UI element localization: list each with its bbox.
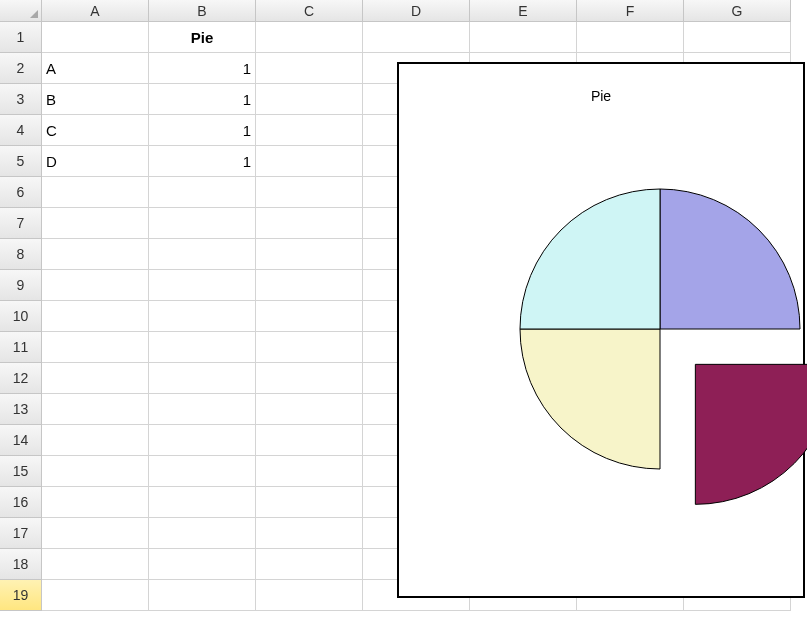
cell-C4[interactable]	[256, 115, 363, 146]
pie-chart[interactable]: Pie	[397, 62, 805, 598]
cell-C14[interactable]	[256, 425, 363, 456]
cell-A5[interactable]: D	[42, 146, 149, 177]
cell-C11[interactable]	[256, 332, 363, 363]
cell-A8[interactable]	[42, 239, 149, 270]
cell-A4[interactable]: C	[42, 115, 149, 146]
cell-B17[interactable]	[149, 518, 256, 549]
cell-C18[interactable]	[256, 549, 363, 580]
cell-A2[interactable]: A	[42, 53, 149, 84]
cell-D1[interactable]	[363, 22, 470, 53]
row-header-13[interactable]: 13	[0, 394, 42, 425]
pie-slice-C[interactable]	[520, 329, 660, 469]
cell-C16[interactable]	[256, 487, 363, 518]
column-header-C[interactable]: C	[256, 0, 363, 22]
cell-A12[interactable]	[42, 363, 149, 394]
column-header-F[interactable]: F	[577, 0, 684, 22]
cell-C7[interactable]	[256, 208, 363, 239]
cell-C19[interactable]	[256, 580, 363, 611]
cell-A6[interactable]	[42, 177, 149, 208]
cell-C10[interactable]	[256, 301, 363, 332]
row-header-16[interactable]: 16	[0, 487, 42, 518]
cell-A16[interactable]	[42, 487, 149, 518]
cell-B14[interactable]	[149, 425, 256, 456]
cell-C15[interactable]	[256, 456, 363, 487]
cell-B15[interactable]	[149, 456, 256, 487]
cell-C17[interactable]	[256, 518, 363, 549]
column-header-G[interactable]: G	[684, 0, 791, 22]
pie-chart-svg	[485, 184, 807, 584]
cell-B12[interactable]	[149, 363, 256, 394]
cell-B9[interactable]	[149, 270, 256, 301]
cell-B8[interactable]	[149, 239, 256, 270]
column-header-B[interactable]: B	[149, 0, 256, 22]
row-1: 1Pie	[0, 22, 807, 53]
row-header-3[interactable]: 3	[0, 84, 42, 115]
column-headers: ABCDEFG	[0, 0, 807, 22]
row-header-7[interactable]: 7	[0, 208, 42, 239]
cell-F1[interactable]	[577, 22, 684, 53]
cell-B6[interactable]	[149, 177, 256, 208]
cell-B16[interactable]	[149, 487, 256, 518]
cell-A17[interactable]	[42, 518, 149, 549]
cell-C3[interactable]	[256, 84, 363, 115]
row-header-14[interactable]: 14	[0, 425, 42, 456]
row-header-19[interactable]: 19	[0, 580, 42, 611]
row-header-12[interactable]: 12	[0, 363, 42, 394]
cell-C2[interactable]	[256, 53, 363, 84]
row-header-17[interactable]: 17	[0, 518, 42, 549]
cell-C8[interactable]	[256, 239, 363, 270]
cell-B19[interactable]	[149, 580, 256, 611]
cell-C13[interactable]	[256, 394, 363, 425]
row-header-8[interactable]: 8	[0, 239, 42, 270]
column-header-D[interactable]: D	[363, 0, 470, 22]
row-header-18[interactable]: 18	[0, 549, 42, 580]
cell-B1[interactable]: Pie	[149, 22, 256, 53]
cell-B13[interactable]	[149, 394, 256, 425]
row-header-1[interactable]: 1	[0, 22, 42, 53]
cell-A9[interactable]	[42, 270, 149, 301]
cell-E1[interactable]	[470, 22, 577, 53]
cell-A15[interactable]	[42, 456, 149, 487]
cell-A1[interactable]	[42, 22, 149, 53]
cell-B5[interactable]: 1	[149, 146, 256, 177]
cell-A11[interactable]	[42, 332, 149, 363]
cell-B2[interactable]: 1	[149, 53, 256, 84]
cell-B10[interactable]	[149, 301, 256, 332]
row-header-10[interactable]: 10	[0, 301, 42, 332]
cell-A7[interactable]	[42, 208, 149, 239]
chart-title: Pie	[399, 88, 803, 104]
cell-C12[interactable]	[256, 363, 363, 394]
cell-B4[interactable]: 1	[149, 115, 256, 146]
row-header-6[interactable]: 6	[0, 177, 42, 208]
pie-slice-B[interactable]	[695, 364, 807, 504]
pie-slice-A[interactable]	[660, 189, 800, 329]
cell-C6[interactable]	[256, 177, 363, 208]
select-all-corner[interactable]	[0, 0, 42, 22]
cell-A18[interactable]	[42, 549, 149, 580]
cell-G1[interactable]	[684, 22, 791, 53]
row-header-15[interactable]: 15	[0, 456, 42, 487]
row-header-2[interactable]: 2	[0, 53, 42, 84]
column-header-A[interactable]: A	[42, 0, 149, 22]
cell-A10[interactable]	[42, 301, 149, 332]
pie-slice-D[interactable]	[520, 189, 660, 329]
cell-B7[interactable]	[149, 208, 256, 239]
row-header-5[interactable]: 5	[0, 146, 42, 177]
cell-C5[interactable]	[256, 146, 363, 177]
cell-B18[interactable]	[149, 549, 256, 580]
cell-B11[interactable]	[149, 332, 256, 363]
cell-C9[interactable]	[256, 270, 363, 301]
cell-B3[interactable]: 1	[149, 84, 256, 115]
cell-A19[interactable]	[42, 580, 149, 611]
row-header-4[interactable]: 4	[0, 115, 42, 146]
cell-A13[interactable]	[42, 394, 149, 425]
cell-C1[interactable]	[256, 22, 363, 53]
column-header-E[interactable]: E	[470, 0, 577, 22]
row-header-11[interactable]: 11	[0, 332, 42, 363]
cell-A3[interactable]: B	[42, 84, 149, 115]
cell-A14[interactable]	[42, 425, 149, 456]
row-header-9[interactable]: 9	[0, 270, 42, 301]
